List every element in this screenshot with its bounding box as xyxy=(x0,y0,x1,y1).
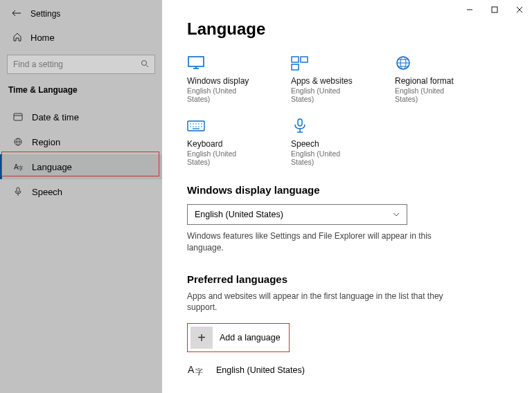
tile-row-2: Keyboard English (United States) Speech … xyxy=(187,117,518,166)
svg-rect-21 xyxy=(292,57,299,62)
tile-subtitle: English (United States) xyxy=(395,86,468,103)
sidebar-item-language[interactable]: A字 Language xyxy=(0,154,162,179)
preferred-languages-note: Apps and websites will appear in the fir… xyxy=(187,291,450,314)
tile-windows-display[interactable]: Windows display English (United States) xyxy=(187,54,260,103)
add-language-button[interactable]: + Add a language xyxy=(187,323,290,352)
preferred-language-label: English (United States) xyxy=(216,365,305,375)
tile-subtitle: English (United States) xyxy=(187,149,260,166)
tile-subtitle: English (United States) xyxy=(291,86,364,103)
globe-icon xyxy=(12,136,24,147)
svg-rect-1 xyxy=(492,7,497,12)
tile-title: Speech xyxy=(291,139,364,149)
maximize-button[interactable] xyxy=(482,0,507,19)
main-content: Language Windows display English (United… xyxy=(162,0,532,393)
tile-subtitle: English (United States) xyxy=(187,86,260,103)
mic-large-icon xyxy=(291,117,364,135)
tile-regional-format[interactable]: Regional format English (United States) xyxy=(395,54,468,103)
svg-point-30 xyxy=(190,123,191,125)
svg-text:字: 字 xyxy=(195,367,203,376)
sidebar-item-label: Region xyxy=(32,137,60,147)
tile-title: Regional format xyxy=(395,76,468,86)
svg-rect-18 xyxy=(188,57,204,66)
svg-point-37 xyxy=(195,126,197,127)
svg-point-7 xyxy=(142,60,147,65)
svg-rect-22 xyxy=(301,57,308,62)
page-title: Language xyxy=(187,19,518,39)
titlebar xyxy=(0,0,532,19)
svg-line-8 xyxy=(146,65,148,67)
tile-speech[interactable]: Speech English (United States) xyxy=(291,117,364,166)
close-button[interactable] xyxy=(507,0,532,19)
tile-title: Apps & websites xyxy=(291,76,364,86)
svg-point-34 xyxy=(201,123,202,125)
svg-rect-16 xyxy=(17,188,19,192)
tile-keyboard[interactable]: Keyboard English (United States) xyxy=(187,117,260,166)
svg-point-32 xyxy=(195,123,197,125)
svg-text:A: A xyxy=(188,364,195,375)
globe-large-icon xyxy=(395,54,468,72)
monitor-icon xyxy=(187,54,260,72)
tile-title: Windows display xyxy=(187,76,260,86)
svg-point-38 xyxy=(198,126,200,127)
sidebar-item-speech[interactable]: Speech xyxy=(0,179,162,204)
svg-rect-23 xyxy=(292,64,299,70)
preferred-language-entry[interactable]: A字 English (United States) xyxy=(187,362,518,378)
svg-rect-9 xyxy=(14,113,22,120)
display-language-note: Windows features like Settings and File … xyxy=(187,230,450,254)
chevron-down-icon xyxy=(393,211,400,219)
display-language-value: English (United States) xyxy=(195,210,283,219)
tile-subtitle: English (United States) xyxy=(291,149,364,166)
tile-apps-websites[interactable]: Apps & websites English (United States) xyxy=(291,54,364,103)
settings-window: Settings Home Time & Language Date & tim… xyxy=(0,0,532,393)
apps-icon xyxy=(291,54,364,72)
sidebar-home[interactable]: Home xyxy=(0,26,162,49)
home-icon xyxy=(12,32,22,44)
svg-rect-41 xyxy=(298,119,302,126)
search-box[interactable] xyxy=(7,55,155,74)
svg-rect-29 xyxy=(188,121,204,131)
clock-icon xyxy=(12,111,24,122)
svg-point-35 xyxy=(190,126,191,127)
search-icon xyxy=(141,60,149,70)
language-icon: A字 xyxy=(12,161,24,172)
language-entry-icon: A字 xyxy=(187,362,208,378)
plus-icon: + xyxy=(190,327,213,349)
display-language-heading: Windows display language xyxy=(187,184,518,196)
preferred-languages-heading: Preferred languages xyxy=(187,273,518,285)
sidebar-item-region[interactable]: Region xyxy=(0,129,162,154)
tile-title: Keyboard xyxy=(187,139,260,149)
sidebar-item-datetime[interactable]: Date & time xyxy=(0,104,162,129)
add-language-label: Add a language xyxy=(220,333,281,342)
svg-point-36 xyxy=(193,126,194,127)
search-input[interactable] xyxy=(13,60,131,69)
sidebar: Settings Home Time & Language Date & tim… xyxy=(0,0,162,393)
svg-text:字: 字 xyxy=(18,165,23,172)
keyboard-icon xyxy=(187,117,260,135)
mic-icon xyxy=(12,186,24,197)
sidebar-item-label: Speech xyxy=(32,187,62,197)
svg-point-39 xyxy=(201,126,202,127)
sidebar-item-label: Language xyxy=(32,162,72,172)
home-label: Home xyxy=(30,33,55,43)
svg-point-33 xyxy=(198,123,200,125)
minimize-button[interactable] xyxy=(457,0,482,19)
tile-row-1: Windows display English (United States) … xyxy=(187,54,518,103)
display-language-combobox[interactable]: English (United States) xyxy=(187,204,407,225)
sidebar-category: Time & Language xyxy=(0,82,162,104)
svg-point-31 xyxy=(193,123,194,125)
sidebar-item-label: Date & time xyxy=(32,112,79,122)
